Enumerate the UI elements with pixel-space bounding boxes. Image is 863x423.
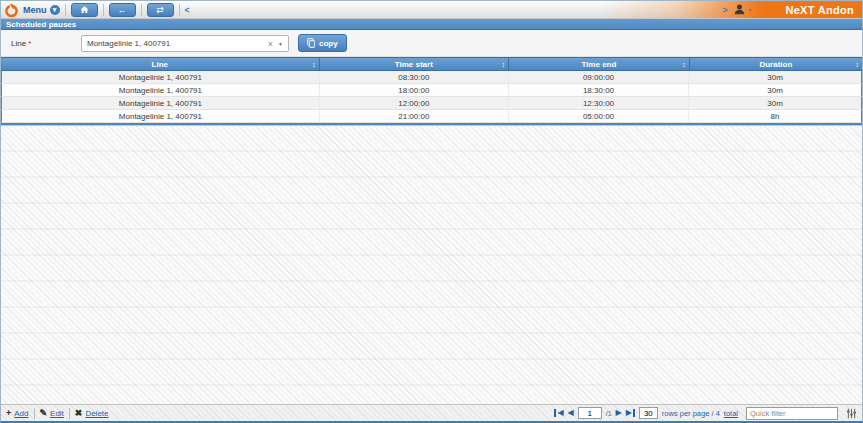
sync-icon: ⇄	[156, 4, 164, 16]
menu-caret-icon: ▾	[50, 5, 60, 15]
copy-icon	[307, 38, 315, 48]
user-menu-button[interactable]: ▾	[733, 3, 751, 16]
line-select[interactable]: Montagelinie 1, 400791 × ▼	[81, 35, 289, 52]
expand-chevron-icon[interactable]: >	[722, 5, 727, 15]
cell-time-start: 21:00:00	[320, 110, 509, 122]
toolbar-right: > ▾ NeXT Andon	[602, 1, 862, 18]
plus-icon: +	[6, 408, 11, 418]
cell-time-end: 05:00:00	[509, 110, 689, 122]
top-toolbar: Menu ▾ ← ⇄ < > ▾ NeX	[1, 1, 862, 19]
pagination: ◀ ◀ /1 ▶ ▶ rows per page / 4 total	[554, 407, 857, 420]
table-row[interactable]: Montagelinie 1, 400791 21:00:00 05:00:00…	[1, 110, 862, 123]
cell-time-start: 12:00:00	[320, 97, 509, 109]
sort-icon[interactable]: ↕	[855, 61, 859, 68]
next-page-button[interactable]: ▶	[616, 409, 622, 417]
table-row[interactable]: Montagelinie 1, 400791 18:00:00 18:30:00…	[1, 84, 862, 97]
footer-divider	[69, 408, 70, 419]
line-select-value: Montagelinie 1, 400791	[87, 39, 268, 48]
column-header-line[interactable]: Line ↕	[1, 58, 320, 70]
table-body: Montagelinie 1, 400791 08:30:00 09:00:00…	[1, 71, 862, 123]
edit-button-label: Edit	[50, 409, 64, 418]
cell-time-start: 08:30:00	[320, 71, 509, 83]
footer-divider	[34, 408, 35, 419]
cell-line: Montagelinie 1, 400791	[2, 110, 320, 122]
delete-button[interactable]: ✖ Delete	[75, 408, 109, 418]
cell-line: Montagelinie 1, 400791	[2, 97, 320, 109]
columns-grid-icon	[846, 408, 857, 419]
sort-icon[interactable]: ↕	[312, 61, 316, 68]
cell-duration: 30m	[689, 84, 861, 96]
table-row[interactable]: Montagelinie 1, 400791 12:00:00 12:30:00…	[1, 97, 862, 110]
required-marker: *	[28, 39, 31, 48]
select-caret-icon[interactable]: ▼	[278, 41, 283, 47]
page-number-input[interactable]	[578, 407, 602, 419]
rows-per-page-label: rows per page / 4	[662, 409, 720, 418]
filter-form: Line* Montagelinie 1, 400791 × ▼ copy	[1, 30, 862, 57]
cell-time-start: 18:00:00	[320, 84, 509, 96]
toolbar-divider	[65, 4, 66, 16]
copy-button-label: copy	[319, 39, 338, 48]
clear-selection-icon[interactable]: ×	[268, 39, 273, 49]
line-field-label: Line*	[11, 39, 31, 48]
column-header-duration[interactable]: Duration ↕	[690, 58, 862, 70]
first-page-button[interactable]: ◀	[554, 409, 563, 417]
collapse-chevron-icon[interactable]: <	[185, 5, 190, 15]
menu-button[interactable]: Menu ▾	[23, 5, 60, 15]
page-title-bar: Scheduled pauses	[1, 19, 862, 30]
toolbar-divider	[179, 4, 180, 16]
rows-per-page-input[interactable]	[639, 407, 658, 419]
toolbar-divider	[103, 4, 104, 16]
menu-label: Menu	[23, 5, 47, 15]
cell-duration: 8h	[689, 110, 861, 122]
sort-icon[interactable]: ↕	[501, 61, 505, 68]
column-header-time-start[interactable]: Time start ↕	[320, 58, 509, 70]
table-header: Line ↕ Time start ↕ Time end ↕ Duration …	[1, 57, 862, 71]
delete-button-label: Delete	[85, 409, 108, 418]
app-window: Menu ▾ ← ⇄ < > ▾ NeX	[0, 0, 863, 423]
home-icon	[80, 5, 89, 14]
user-icon	[733, 3, 746, 16]
cell-duration: 30m	[689, 97, 861, 109]
page-count-label: /1	[606, 410, 612, 417]
cell-line: Montagelinie 1, 400791	[2, 84, 320, 96]
total-link[interactable]: total	[724, 409, 738, 418]
add-button[interactable]: + Add	[6, 408, 29, 418]
cell-time-end: 09:00:00	[509, 71, 689, 83]
power-logo-icon	[5, 3, 18, 16]
edit-button[interactable]: ✎ Edit	[40, 408, 64, 418]
toolbar-divider	[141, 4, 142, 16]
home-button[interactable]	[71, 3, 98, 17]
back-arrow-icon: ←	[118, 4, 127, 16]
add-button-label: Add	[14, 409, 28, 418]
column-settings-button[interactable]	[846, 408, 857, 419]
back-button[interactable]: ←	[109, 3, 136, 17]
cell-line: Montagelinie 1, 400791	[2, 71, 320, 83]
last-page-button[interactable]: ▶	[626, 409, 635, 417]
pencil-icon: ✎	[40, 408, 48, 418]
sort-icon[interactable]: ↕	[682, 61, 686, 68]
table-row[interactable]: Montagelinie 1, 400791 08:30:00 09:00:00…	[1, 71, 862, 84]
cell-time-end: 18:30:00	[509, 84, 689, 96]
sync-button[interactable]: ⇄	[147, 3, 174, 17]
empty-content-area	[1, 126, 862, 404]
quick-filter-input[interactable]	[746, 407, 838, 420]
user-caret-icon: ▾	[748, 6, 751, 13]
copy-button[interactable]: copy	[298, 34, 347, 52]
column-header-time-end[interactable]: Time end ↕	[509, 58, 690, 70]
bottom-toolbar: + Add ✎ Edit ✖ Delete ◀ ◀ /1 ▶ ▶ rows pe…	[1, 404, 862, 421]
page-title: Scheduled pauses	[6, 20, 76, 29]
app-title: NeXT Andon	[785, 4, 854, 16]
cell-time-end: 12:30:00	[509, 97, 689, 109]
prev-page-button[interactable]: ◀	[568, 409, 574, 417]
x-icon: ✖	[75, 408, 83, 418]
cell-duration: 30m	[689, 71, 861, 83]
